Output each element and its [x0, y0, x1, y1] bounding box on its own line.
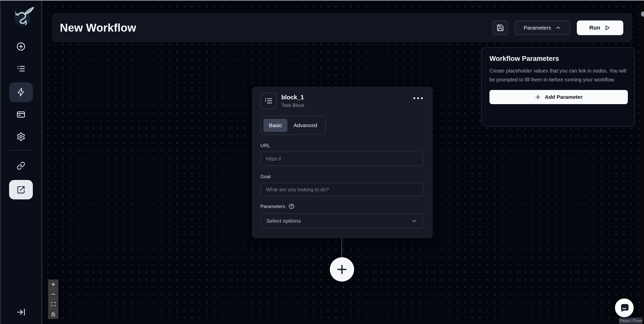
run-button-label: Run [589, 25, 600, 31]
sidebar-item-settings[interactable] [9, 129, 33, 145]
node-type-icon-box [260, 93, 277, 109]
tab-basic[interactable]: Basic [263, 119, 287, 132]
panel-description: Create placeholder values that you can l… [489, 66, 629, 84]
parameters-select[interactable]: Select options [260, 213, 423, 228]
plus-icon [51, 282, 56, 287]
parameters-button-label: Parameters [524, 25, 551, 31]
window-top-edge [0, 0, 644, 1]
sidebar [0, 0, 42, 324]
url-label: URL [260, 143, 424, 148]
react-flow-attribution[interactable]: React Flow [619, 317, 642, 324]
fit-view-icon [51, 302, 56, 307]
ellipsis-icon [413, 97, 415, 99]
sidebar-item-external[interactable] [9, 180, 33, 199]
play-icon [604, 25, 611, 31]
add-parameter-button[interactable]: Add Parameter [489, 90, 628, 104]
list-icon [264, 97, 273, 105]
sidebar-collapse-button[interactable] [9, 304, 33, 320]
sidebar-item-create[interactable] [9, 38, 33, 55]
page-title: New Workflow [60, 21, 136, 34]
canvas-zoom-controls [48, 280, 58, 319]
parameters-help-button[interactable] [288, 203, 295, 210]
zoom-in-button[interactable] [48, 280, 58, 289]
chevron-up-icon [555, 25, 561, 31]
parameters-toggle-button[interactable]: Parameters [514, 20, 570, 35]
external-link-icon [17, 186, 25, 194]
minus-icon [51, 291, 56, 297]
fit-view-button[interactable] [48, 299, 58, 309]
url-input[interactable] [260, 152, 423, 166]
plus-circle-icon [16, 42, 26, 51]
settings-gear-icon [16, 132, 26, 141]
list-icon [16, 64, 26, 73]
node-subtitle: Task Block [281, 103, 304, 108]
lock-toggle-button[interactable] [48, 309, 58, 319]
plus-icon [336, 263, 348, 276]
panel-title: Workflow Parameters [489, 55, 627, 63]
scrollbar-track [641, 0, 644, 324]
skyvern-dragon-logo[interactable] [11, 7, 36, 28]
zap-icon [16, 88, 26, 97]
scrollbar-thumb[interactable] [641, 11, 644, 17]
workflow-editor: New Workflow Parameters Run [0, 0, 644, 324]
arrow-right-to-line-icon [16, 307, 26, 317]
link-icon [17, 161, 25, 170]
node-menu-button[interactable] [412, 96, 424, 101]
header-bar: New Workflow Parameters Run [52, 13, 632, 42]
sidebar-item-billing[interactable] [9, 106, 33, 123]
unlock-icon [51, 312, 56, 317]
chevron-down-icon [411, 218, 417, 224]
chat-launcher-button[interactable] [615, 298, 634, 317]
run-button[interactable]: Run [577, 20, 623, 35]
node-title: block_1 [281, 94, 304, 101]
node-tabs: Basic Advanced [260, 116, 326, 135]
workflow-parameters-panel: Workflow Parameters Create placeholder v… [481, 47, 635, 127]
parameters-label: Parameters [260, 204, 285, 209]
node-header: block_1 Task Block [260, 93, 424, 109]
window-left-edge [0, 0, 1, 324]
save-button[interactable] [493, 20, 508, 35]
goal-label: Goal [260, 174, 424, 179]
zoom-out-button[interactable] [48, 289, 58, 299]
credit-card-icon [16, 110, 26, 119]
goal-input[interactable] [260, 183, 423, 196]
sidebar-item-tasks[interactable] [9, 61, 33, 77]
help-circle-icon [288, 203, 295, 210]
edge-connector [341, 238, 342, 258]
plus-icon [535, 94, 541, 100]
sidebar-divider [9, 150, 33, 151]
chat-bubble-icon [619, 303, 629, 313]
sidebar-item-integrations[interactable] [9, 158, 33, 174]
add-block-button[interactable] [330, 257, 354, 282]
sidebar-item-workflows[interactable] [9, 82, 33, 102]
tab-advanced[interactable]: Advanced [288, 119, 323, 132]
parameters-select-value: Select options [266, 218, 301, 224]
add-parameter-label: Add Parameter [545, 94, 582, 100]
task-block-node[interactable]: block_1 Task Block Basic Advanced URL Go… [252, 87, 433, 238]
save-icon [497, 24, 504, 32]
